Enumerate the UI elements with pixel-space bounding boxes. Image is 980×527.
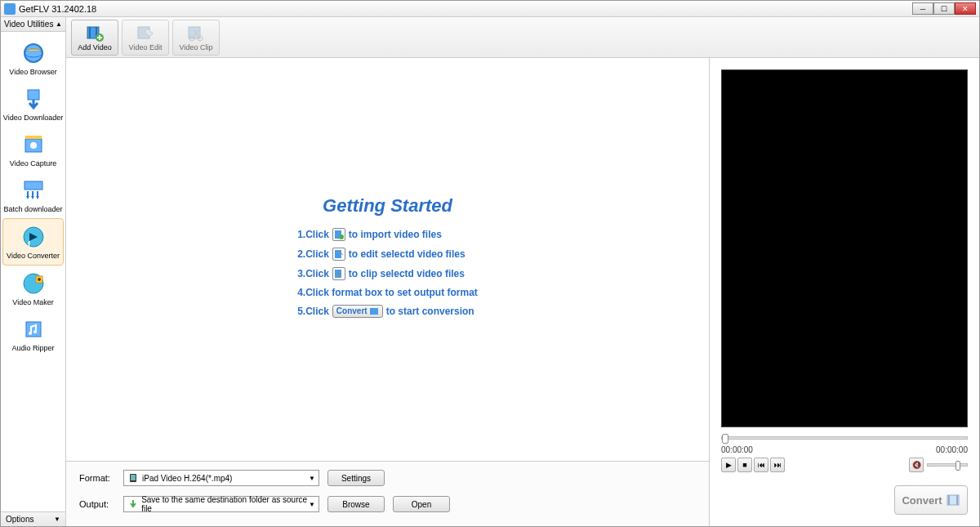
expand-down-icon: ▼ <box>54 516 60 523</box>
output-value: Save to the same destination folder as s… <box>141 495 309 513</box>
window-controls: ─ ☐ ✕ <box>912 2 976 15</box>
instruction-line-3: 3.Click to clip selectd video files <box>297 267 478 280</box>
svg-rect-12 <box>26 322 41 337</box>
svg-rect-5 <box>25 136 42 139</box>
toolbar-btn-label: Add Video <box>78 43 111 51</box>
sidebar-item-label: Video Downloader <box>3 114 63 122</box>
video-clip-icon <box>187 24 205 42</box>
window-title: GetFLV 31.2402.18 <box>19 4 96 14</box>
svg-point-11 <box>38 278 41 281</box>
globe-browser-icon <box>20 40 47 66</box>
getting-started-title: Getting Started <box>297 195 478 217</box>
timeline-thumb[interactable] <box>722 434 728 444</box>
stop-button[interactable]: ■ <box>737 458 752 472</box>
toolbar: Add Video Video Edit Video Clip <box>66 17 979 58</box>
collapse-up-icon: ▲ <box>56 20 62 28</box>
sidebar-footer-options[interactable]: Options ▼ <box>1 511 65 526</box>
svg-rect-25 <box>335 250 341 258</box>
sidebar: Video Utilities ▲ Video Browser Video Do… <box>1 17 66 526</box>
svg-rect-2 <box>28 90 39 100</box>
sidebar-item-video-maker[interactable]: Video Maker <box>1 266 65 311</box>
sidebar-item-batch-downloader[interactable]: Batch downloader <box>1 172 65 218</box>
video-edit-icon <box>136 24 154 42</box>
convert-badge: Convert <box>332 305 383 318</box>
play-button[interactable]: ▶ <box>721 458 736 472</box>
sidebar-item-video-capture[interactable]: Video Capture <box>1 127 65 172</box>
svg-rect-29 <box>131 475 136 480</box>
video-preview <box>721 69 968 427</box>
prev-button[interactable]: ⏮ <box>754 458 768 472</box>
sidebar-item-audio-ripper[interactable]: Audio Ripper <box>1 311 65 357</box>
instruction-line-4: 4.Click format box to set output format <box>297 287 478 298</box>
save-arrow-icon <box>127 498 138 510</box>
sidebar-header-label: Video Utilities <box>4 20 53 29</box>
minimize-button[interactable]: ─ <box>912 2 933 15</box>
sidebar-item-label: Batch downloader <box>3 205 62 213</box>
maximize-button[interactable]: ☐ <box>933 2 955 15</box>
audio-ripper-icon <box>20 316 47 342</box>
toolbar-btn-label: Video Clip <box>180 43 213 51</box>
sidebar-item-label: Video Converter <box>7 252 60 260</box>
format-label: Format: <box>79 473 115 483</box>
open-button[interactable]: Open <box>393 496 450 512</box>
format-dropdown[interactable]: iPad Video H.264(*.mp4) ▼ <box>123 470 319 486</box>
browse-button[interactable]: Browse <box>327 496 385 512</box>
volume-thumb[interactable] <box>956 461 960 471</box>
video-edit-mini-icon <box>332 248 345 261</box>
video-maker-icon <box>20 270 47 297</box>
sidebar-item-label: Audio Ripper <box>11 344 54 352</box>
sidebar-item-label: Video Capture <box>10 159 56 167</box>
sidebar-item-video-browser[interactable]: Video Browser <box>1 35 65 81</box>
svg-rect-31 <box>948 495 950 505</box>
instruction-line-1: 1.Click to import video files <box>297 228 478 241</box>
volume-button[interactable]: 🔇 <box>909 458 924 472</box>
svg-point-4 <box>30 142 37 149</box>
svg-rect-32 <box>956 495 958 505</box>
app-icon <box>4 3 16 15</box>
converter-icon: f <box>20 224 47 250</box>
video-clip-button: Video Clip <box>172 20 220 56</box>
instruction-line-2: 2.Click to edit selectd video files <box>297 248 478 261</box>
capture-icon <box>20 132 47 158</box>
output-dropdown[interactable]: Save to the same destination folder as s… <box>123 496 319 512</box>
format-value: iPad Video H.264(*.mp4) <box>142 474 232 483</box>
svg-rect-27 <box>370 308 378 315</box>
close-button[interactable]: ✕ <box>955 2 976 15</box>
svg-rect-26 <box>335 270 341 278</box>
instruction-line-5: 5.Click Convert to start conversion <box>297 305 478 318</box>
time-elapsed: 00:00:00 <box>721 445 753 454</box>
convert-label: Convert <box>902 494 942 507</box>
sidebar-footer-label: Options <box>6 515 33 524</box>
sidebar-item-label: Video Browser <box>9 68 56 76</box>
timeline-slider[interactable] <box>721 436 968 440</box>
svg-point-14 <box>33 330 37 333</box>
svg-rect-6 <box>24 181 42 190</box>
download-arrow-icon <box>20 86 47 112</box>
svg-rect-16 <box>89 27 91 38</box>
sidebar-item-video-converter[interactable]: f Video Converter <box>2 218 64 266</box>
sidebar-item-video-downloader[interactable]: Video Downloader <box>1 81 65 127</box>
svg-point-0 <box>24 44 42 62</box>
sidebar-item-label: Video Maker <box>12 298 53 306</box>
add-video-mini-icon <box>332 228 345 241</box>
batch-download-icon <box>20 177 47 203</box>
video-clip-mini-icon <box>332 267 345 280</box>
next-button[interactable]: ⏭ <box>770 458 785 472</box>
dropdown-arrow-icon: ▼ <box>309 501 315 508</box>
output-label: Output: <box>79 499 115 509</box>
convert-button[interactable]: Convert <box>894 485 968 515</box>
svg-point-13 <box>29 332 32 335</box>
video-edit-button: Video Edit <box>122 20 169 56</box>
ipad-icon <box>127 472 139 484</box>
instruction-area: Getting Started 1.Click to import video … <box>66 58 709 461</box>
time-total: 00:00:00 <box>936 445 968 454</box>
titlebar: GetFLV 31.2402.18 ─ ☐ ✕ <box>1 1 979 17</box>
svg-point-24 <box>339 234 344 239</box>
dropdown-arrow-icon: ▼ <box>309 475 315 482</box>
sidebar-header[interactable]: Video Utilities ▲ <box>1 17 65 32</box>
volume-slider[interactable] <box>927 463 968 467</box>
convert-icon <box>946 493 960 507</box>
settings-button[interactable]: Settings <box>327 470 385 486</box>
add-video-button[interactable]: Add Video <box>71 20 118 56</box>
add-video-icon <box>86 24 104 42</box>
